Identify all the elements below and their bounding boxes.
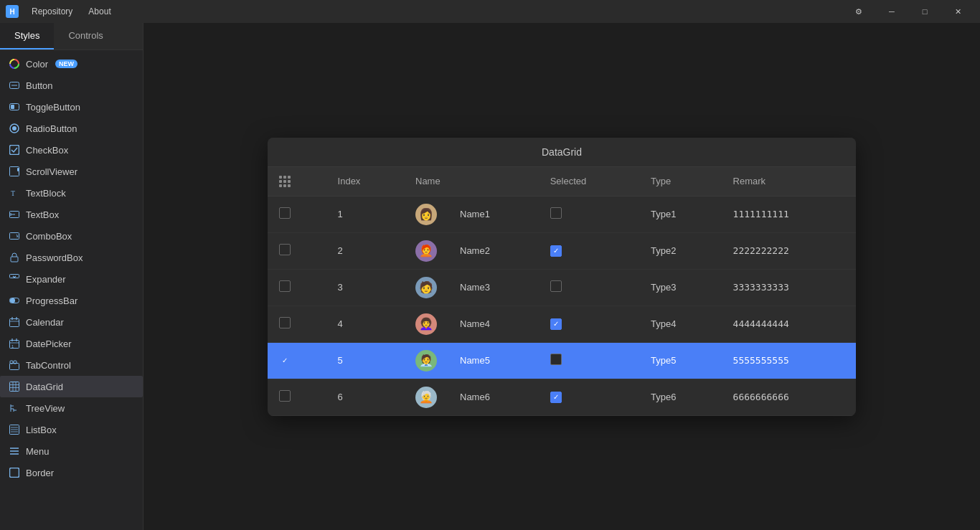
row-avatar-cell: 🧑‍🦳 bbox=[404, 379, 448, 415]
sidebar-item-calendar[interactable]: Calendar bbox=[0, 311, 143, 333]
close-button[interactable]: ✕ bbox=[941, 0, 974, 23]
sidebar-item-treeview[interactable]: TreeView bbox=[0, 397, 143, 419]
row-selected-cell bbox=[539, 342, 639, 379]
selected-checkbox[interactable] bbox=[550, 280, 562, 292]
sidebar-item-textblock[interactable]: TTextBlock bbox=[0, 182, 143, 204]
sidebar-label-togglebutton: ToggleButton bbox=[26, 102, 80, 113]
sidebar-item-datepicker[interactable]: 1DatePicker bbox=[0, 333, 143, 354]
tab-styles[interactable]: Styles bbox=[0, 23, 54, 49]
sidebar-icon-calendar bbox=[9, 316, 20, 328]
selected-checkbox[interactable] bbox=[550, 245, 562, 257]
sidebar-icon-treeview bbox=[9, 402, 20, 414]
col-header-type: Type bbox=[639, 167, 722, 197]
datagrid-body: 1👩Name1Type111111111112🧑‍🦰Name2Type22222… bbox=[268, 196, 856, 415]
row-name: Name1 bbox=[448, 196, 539, 232]
sidebar-icon-radiobutton bbox=[9, 123, 20, 134]
sidebar-item-tabcontrol[interactable]: TabControl bbox=[0, 354, 143, 376]
col-header-selected: Selected bbox=[539, 167, 639, 197]
avatar: 🧑‍🦰 bbox=[415, 240, 437, 262]
row-type: Type5 bbox=[639, 342, 722, 379]
row-remark: 2222222222 bbox=[722, 232, 856, 269]
row-index: 1 bbox=[326, 196, 404, 232]
sidebar-icon-passwordbox bbox=[9, 252, 20, 263]
sidebar-item-togglebutton[interactable]: ToggleButton bbox=[0, 96, 143, 118]
minimize-button[interactable]: ─ bbox=[875, 0, 908, 23]
row-name: Name4 bbox=[448, 306, 539, 342]
selected-checkbox[interactable] bbox=[550, 207, 562, 219]
sidebar-label-button: Button bbox=[26, 80, 53, 91]
row-index: 6 bbox=[326, 379, 404, 415]
sidebar-icon-color bbox=[9, 58, 20, 70]
sidebar-label-radiobutton: RadioButton bbox=[26, 123, 77, 134]
new-badge-color: NEW bbox=[55, 60, 77, 68]
table-row[interactable]: 4👩‍🦱Name4Type44444444444 bbox=[268, 306, 856, 342]
sidebar-item-expander[interactable]: Expander bbox=[0, 268, 143, 290]
sidebar-item-border[interactable]: Border bbox=[0, 462, 143, 483]
sidebar-label-expander: Expander bbox=[26, 274, 66, 285]
sidebar-item-textbox[interactable]: TextBox bbox=[0, 204, 143, 225]
sidebar-items-list: ColorNEWButtonToggleButtonRadioButtonChe… bbox=[0, 50, 143, 530]
col-header-remark: Remark bbox=[722, 167, 856, 197]
menu-repository[interactable]: Repository bbox=[24, 4, 80, 19]
sidebar-item-checkbox[interactable]: CheckBox bbox=[0, 139, 143, 161]
sidebar-label-treeview: TreeView bbox=[26, 403, 65, 414]
sidebar-item-scrollviewer[interactable]: ScrollViewer bbox=[0, 161, 143, 182]
sidebar-label-progressbar: ProgressBar bbox=[26, 295, 77, 306]
row-checkbox-cell bbox=[268, 232, 326, 269]
sidebar-item-radiobutton[interactable]: RadioButton bbox=[0, 118, 143, 139]
sidebar-label-passwordbox: PasswordBox bbox=[26, 252, 83, 263]
sidebar-label-menu: Menu bbox=[26, 446, 50, 457]
svg-rect-19 bbox=[10, 298, 15, 303]
avatar: 🧑‍💼 bbox=[415, 350, 437, 372]
row-selected-cell bbox=[539, 269, 639, 306]
sidebar-item-button[interactable]: Button bbox=[0, 75, 143, 96]
sidebar-icon-border bbox=[9, 467, 20, 478]
window-controls: ⚙ ─ □ ✕ bbox=[842, 0, 974, 23]
selected-checkbox[interactable] bbox=[550, 392, 562, 403]
avatar: 👩 bbox=[415, 204, 437, 225]
maximize-button[interactable]: □ bbox=[908, 0, 941, 23]
sidebar-label-color: Color bbox=[26, 59, 48, 70]
table-row[interactable]: 5🧑‍💼Name5Type55555555555 bbox=[268, 342, 856, 379]
datagrid-table: Index Name Selected Type Remark 1👩Name1T… bbox=[268, 167, 856, 416]
row-checkbox[interactable] bbox=[279, 355, 291, 366]
row-checkbox[interactable] bbox=[279, 390, 291, 402]
avatar: 🧑 bbox=[415, 277, 437, 298]
svg-rect-4 bbox=[11, 105, 14, 109]
svg-rect-16 bbox=[11, 257, 18, 262]
selected-checkbox[interactable] bbox=[550, 318, 562, 330]
sidebar-label-scrollviewer: ScrollViewer bbox=[26, 166, 77, 177]
sidebar-item-combobox[interactable]: ComboBox bbox=[0, 225, 143, 247]
sidebar-item-passwordbox[interactable]: PasswordBox bbox=[0, 247, 143, 268]
tab-controls[interactable]: Controls bbox=[54, 23, 117, 49]
row-checkbox[interactable] bbox=[279, 207, 291, 219]
row-checkbox[interactable] bbox=[279, 280, 291, 292]
row-selected-cell bbox=[539, 379, 639, 415]
content-area: DataGrid Index Name Selected bbox=[143, 23, 980, 530]
row-checkbox[interactable] bbox=[279, 317, 291, 328]
sidebar-item-datagrid[interactable]: DataGrid bbox=[0, 376, 143, 397]
row-remark: 6666666666 bbox=[722, 379, 856, 415]
svg-text:T: T bbox=[11, 189, 15, 197]
selected-checkbox[interactable] bbox=[550, 354, 562, 365]
table-row[interactable]: 6🧑‍🦳Name6Type66666666666 bbox=[268, 379, 856, 415]
table-row[interactable]: 1👩Name1Type11111111111 bbox=[268, 196, 856, 232]
sidebar-icon-progressbar bbox=[9, 295, 20, 306]
main-layout: Styles Controls ColorNEWButtonToggleButt… bbox=[0, 23, 980, 530]
row-avatar-cell: 👩 bbox=[404, 196, 448, 232]
table-row[interactable]: 2🧑‍🦰Name2Type22222222222 bbox=[268, 232, 856, 269]
sidebar-item-progressbar[interactable]: ProgressBar bbox=[0, 290, 143, 311]
row-type: Type1 bbox=[639, 196, 722, 232]
sidebar-item-listbox[interactable]: ListBox bbox=[0, 419, 143, 440]
menu-about[interactable]: About bbox=[81, 4, 118, 19]
sidebar-item-color[interactable]: ColorNEW bbox=[0, 53, 143, 75]
row-checkbox[interactable] bbox=[279, 244, 291, 255]
row-index: 3 bbox=[326, 269, 404, 306]
table-row[interactable]: 3🧑Name3Type33333333333 bbox=[268, 269, 856, 306]
sidebar-item-menu[interactable]: Menu bbox=[0, 440, 143, 462]
settings-button[interactable]: ⚙ bbox=[842, 0, 875, 23]
row-selected-cell bbox=[539, 196, 639, 232]
row-remark: 4444444444 bbox=[722, 306, 856, 342]
row-selected-cell bbox=[539, 232, 639, 269]
sidebar-icon-tabcontrol bbox=[9, 359, 20, 371]
